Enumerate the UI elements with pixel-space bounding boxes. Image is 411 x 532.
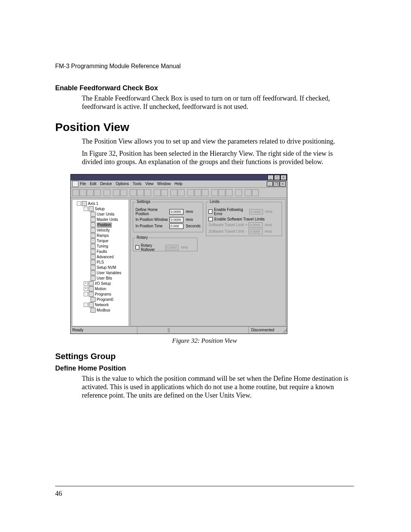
home-position-input[interactable]: 0.0000 [169,209,183,214]
tree-node-user-bits[interactable]: User Bits [73,276,128,281]
node-icon [91,270,96,275]
mdi-close-button[interactable]: × [280,181,286,187]
tree-node-motion[interactable]: +Motion [73,286,128,292]
tree-node-setup[interactable]: -Setup [73,206,128,212]
toolbar-print-button[interactable] [94,189,101,196]
menu-tools[interactable]: Tools [132,182,141,186]
following-error-unit: revs [265,209,279,214]
toolbar-button-17[interactable] [202,189,209,196]
tree-node-user-variables[interactable]: User Variables [73,270,128,276]
status-ready: Ready [71,327,137,334]
home-position-label: Define Home Position [135,208,169,216]
toolbar-button-21[interactable] [235,189,242,196]
menu-view[interactable]: View [145,182,154,186]
software-limit-minus-unit: revs [265,229,279,233]
tree-node-user-units[interactable]: User Units [73,212,128,217]
software-limit-plus-unit: revs [265,223,279,227]
enable-following-error-checkbox[interactable] [209,209,212,214]
menu-help[interactable]: Help [175,182,183,186]
node-icon [91,260,96,265]
group-limits: Limits Enable Following Error 0.0000 rev… [206,202,282,236]
tree-node-axis1[interactable]: -Axis 1 [73,201,128,206]
window-minimize-button[interactable]: _ [268,175,274,180]
toolbar-button-12[interactable] [161,189,168,196]
tree-node-advanced[interactable]: Advanced [73,254,128,260]
toolbar-download-button[interactable] [120,189,127,196]
tree-node-ramps[interactable]: Ramps [73,233,128,238]
software-limit-minus-label: Software Travel Limit - [209,229,249,233]
status-connection: Disconnected [249,328,282,332]
program-icon [91,297,96,302]
in-position-window-unit: revs [186,217,201,222]
status-splitter[interactable] [168,328,170,332]
modbus-icon [91,308,96,313]
software-limit-minus-input: 0.0000 [249,229,263,234]
tree-node-program0[interactable]: Program0 [73,297,128,302]
toolbar-button-14[interactable] [178,189,185,196]
tree-node-faults[interactable]: Faults [73,249,128,254]
rotary-rollover-unit: revs [181,245,195,249]
toolbar-button-18[interactable] [211,189,218,196]
toolbar-button-10[interactable] [144,189,151,196]
toolbar-new-button[interactable] [72,189,79,196]
tree-node-network[interactable]: -Network [73,302,128,308]
toolbar-button-20[interactable] [226,189,233,196]
group-rotary-title: Rotary [135,235,149,240]
tree-node-pls[interactable]: PLS [73,260,128,265]
mdi-restore-button[interactable]: ❐ [273,181,279,187]
tree-node-torque[interactable]: Torque [73,238,128,244]
hierarchy-tree[interactable]: -Axis 1 -Setup User Units Master Units P… [72,199,129,326]
tree-node-programs[interactable]: -Programs [73,292,128,297]
outer-titlebar: _ □ × [71,174,287,181]
tree-node-velocity[interactable]: Velocity [73,228,128,233]
toolbar-help-button[interactable] [245,189,252,196]
rotary-rollover-checkbox[interactable] [135,245,139,249]
subsection-feedforward-title: Enable Feedforward Check Box [55,84,354,92]
menu-window[interactable]: Window [157,182,171,186]
enable-software-limits-label: Enable Software Travel Limits [214,217,264,221]
toolbar-whatsthis-button[interactable] [252,189,259,196]
toolbar-save-button[interactable] [87,189,94,196]
menu-edit[interactable]: Edit [90,182,96,186]
in-position-time-label: In Position Time [135,224,169,228]
mdi-minimize-button[interactable]: _ [267,181,273,187]
toolbar-button-11[interactable] [154,189,161,196]
menu-device[interactable]: Device [100,182,112,186]
toolbar-upload-button[interactable] [113,189,120,196]
enable-software-limits-checkbox[interactable] [209,217,213,221]
tree-node-modbus[interactable]: Modbus [73,308,128,313]
window-maximize-button[interactable]: □ [274,175,280,180]
node-icon [91,254,96,259]
figure-caption: Figure 32: Position View [55,337,354,345]
menu-file[interactable]: File [80,182,86,186]
in-position-time-input[interactable]: 0.000 [169,224,183,229]
tree-node-io-setup[interactable]: +I/O Setup [73,281,128,286]
node-icon [91,228,96,233]
toolbar-open-button[interactable] [80,189,86,196]
toolbar-button-8[interactable] [130,189,137,196]
toolbar-button-16[interactable] [194,189,201,196]
in-position-time-unit: Seconds [186,224,201,228]
rotary-rollover-label: Rotary Rollover [141,243,165,252]
home-position-unit: revs [186,209,201,214]
resize-grip-icon[interactable] [282,328,287,333]
in-position-window-input[interactable]: 0.0000 [169,217,183,222]
toolbar-stop-button[interactable] [218,189,225,196]
toolbar-button-15[interactable] [187,189,194,196]
rotary-rollover-input: 0.0000 [165,245,178,250]
toolbar-button-9[interactable] [137,189,144,196]
tree-node-master-units[interactable]: Master Units [73,217,128,222]
page-number: 46 [55,490,62,498]
toolbar-button-13[interactable] [170,189,177,196]
window-close-button[interactable]: × [280,175,287,180]
node-icon [91,276,96,281]
motion-icon [89,286,94,291]
subsection-define-home-title: Define Home Position [55,364,354,372]
toolbar-button-5[interactable] [104,189,110,196]
form-panel: Settings Define Home Position 0.0000 rev… [130,199,286,326]
tree-node-setup-nvm[interactable]: Setup NVM [73,265,128,270]
tree-node-tuning[interactable]: Tuning [73,244,128,249]
menu-options[interactable]: Options [116,182,129,186]
programs-icon [89,292,94,297]
tree-node-position[interactable]: Position [73,222,128,228]
